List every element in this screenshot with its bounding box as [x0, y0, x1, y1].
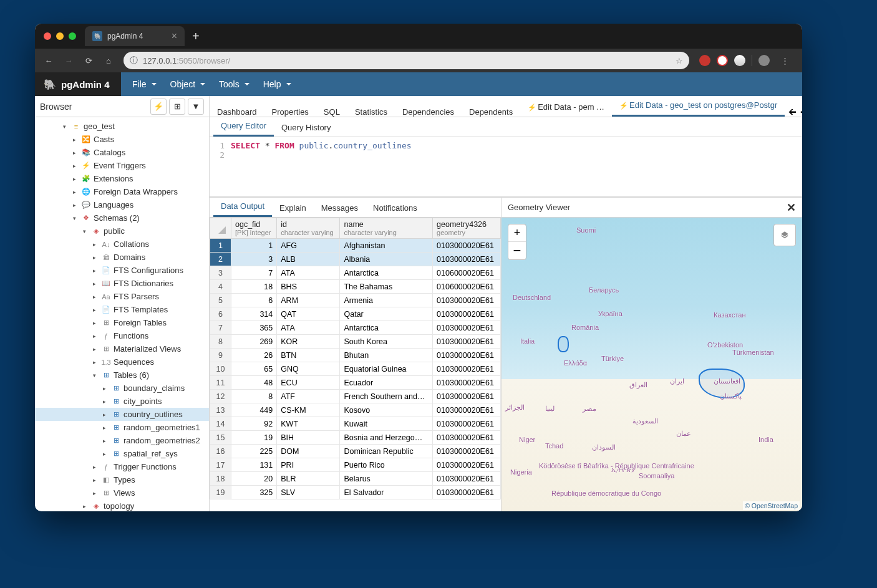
tab-dependencies[interactable]: Dependencies	[395, 102, 462, 117]
tree-item[interactable]: ▸🌐Foreign Data Wrappers	[35, 185, 209, 198]
extension-icon[interactable]	[734, 55, 745, 66]
table-row[interactable]: 23ALBAlbania0103000020E61	[210, 253, 501, 266]
tree-item[interactable]: ▸ƒTrigger Functions	[35, 460, 209, 473]
grid-button[interactable]: ⊞	[169, 99, 185, 115]
tree-item[interactable]: ▸🔀Casts	[35, 133, 209, 146]
browser-tab[interactable]: 🐘 pgAdmin 4 ×	[85, 26, 185, 46]
menu-help[interactable]: Help	[257, 75, 298, 93]
tree-table-city_points[interactable]: ▸⊞city_points	[35, 395, 209, 408]
tab-statistics[interactable]: Statistics	[347, 102, 395, 117]
tree-table-spatial_ref_sys[interactable]: ▸⊞spatial_ref_sys	[35, 447, 209, 460]
browser-menu-button[interactable]: ⋮	[776, 52, 793, 69]
back-button[interactable]: ←	[40, 52, 57, 69]
tree-database[interactable]: ▾≡geo_test	[35, 120, 209, 133]
tab-edit-data-1[interactable]: Edit Data - pem …	[520, 97, 612, 117]
tab-edit-data-2[interactable]: Edit Data - geo_test on postgres@Postgr	[612, 96, 785, 117]
tab-properties[interactable]: Properties	[264, 102, 316, 117]
table-row[interactable]: 19325SLVEl Salvador0103000020E61	[210, 486, 501, 499]
zoom-out-button[interactable]: −	[508, 242, 526, 259]
tree-item[interactable]: ▸AaFTS Parsers	[35, 290, 209, 303]
editor-tab-query-editor[interactable]: Query Editor	[213, 117, 274, 137]
profile-avatar[interactable]	[758, 55, 770, 66]
tree-table-random_geometries2[interactable]: ▸⊞random_geometries2	[35, 434, 209, 447]
tree-item[interactable]: ▸ƒFunctions	[35, 329, 209, 342]
editor-tab-query-history[interactable]: Query History	[274, 118, 338, 137]
table-row[interactable]: 1519BIHBosnia and Herzego…0103000020E61	[210, 431, 501, 445]
column-header[interactable]: geometry4326geometry	[433, 218, 501, 239]
tree-item[interactable]: ▸💬Languages	[35, 198, 209, 211]
tree-table-country_outlines[interactable]: ▸⊞country_outlines	[35, 408, 209, 421]
tree-item[interactable]: ▸🧩Extensions	[35, 172, 209, 185]
close-window-button[interactable]	[44, 32, 51, 40]
menu-file[interactable]: File	[126, 75, 163, 93]
table-row[interactable]: 1065GNQEquatorial Guinea0103000020E61	[210, 362, 501, 376]
tree-table-boundary_claims[interactable]: ▸⊞boundary_claims	[35, 382, 209, 395]
extension-icon[interactable]	[717, 55, 728, 66]
table-row[interactable]: 1820BLRBelarus0103000020E61	[210, 472, 501, 486]
table-row[interactable]: 1148ECUEcuador0103000020E61	[210, 376, 501, 390]
tree-item[interactable]: ▸⚡Event Triggers	[35, 159, 209, 172]
close-tab-button[interactable]: ×	[172, 31, 177, 41]
table-row[interactable]: 1492KWTKuwait0103000020E61	[210, 417, 501, 431]
output-tab-data-output[interactable]: Data Output	[213, 198, 272, 217]
layers-button[interactable]	[773, 224, 796, 246]
tree-item[interactable]: ▸📚Catalogs	[35, 146, 209, 159]
forward-button[interactable]: →	[60, 52, 77, 69]
table-row[interactable]: 37ATAAntarctica0106000020E61	[210, 266, 501, 280]
tree-item[interactable]: ▸⊞Views	[35, 486, 209, 499]
bolt-button[interactable]: ⚡	[150, 99, 167, 115]
tab-scroll-left-button[interactable]: 🡨	[788, 107, 797, 117]
close-geometry-viewer-button[interactable]: ✕	[787, 201, 796, 214]
column-header[interactable]: ogc_fid[PK] integer	[231, 218, 277, 239]
map-canvas[interactable]: + − © OpenStreetMap SuomiБеларусьDeutsch…	[501, 218, 802, 511]
zoom-in-button[interactable]: +	[508, 224, 526, 242]
tab-dashboard[interactable]: Dashboard	[210, 102, 264, 117]
tree-item[interactable]: ▸◈topology	[35, 499, 209, 511]
extension-icon[interactable]	[699, 55, 710, 66]
column-header[interactable]: idcharacter varying	[277, 218, 340, 239]
home-button[interactable]: ⌂	[100, 52, 117, 69]
sql-editor[interactable]: 1 SELECT * FROM public.country_outlines …	[210, 137, 802, 197]
minimize-window-button[interactable]	[56, 32, 64, 40]
tree-item[interactable]: ▸⊞Materialized Views	[35, 342, 209, 355]
table-row[interactable]: 926BTNBhutan0103000020E61	[210, 349, 501, 362]
output-tab-explain[interactable]: Explain	[272, 199, 314, 217]
tree-item[interactable]: ▸📄FTS Configurations	[35, 264, 209, 277]
output-tab-messages[interactable]: Messages	[314, 199, 366, 217]
filter-button[interactable]: ▼	[188, 99, 204, 115]
tree-item[interactable]: ▸📄FTS Templates	[35, 303, 209, 316]
table-row[interactable]: 6314QATQatar0103000020E61	[210, 307, 501, 321]
tree-item[interactable]: ▸A↓Collations	[35, 238, 209, 251]
tree-item[interactable]: ▸◧Types	[35, 473, 209, 486]
table-row[interactable]: 8269KORSouth Korea0103000020E61	[210, 335, 501, 349]
table-row[interactable]: 13449CS-KMKosovo0103000020E61	[210, 403, 501, 417]
menu-object[interactable]: Object	[164, 75, 211, 93]
tree-schema-public[interactable]: ▾◈public	[35, 224, 209, 238]
star-icon[interactable]: ☆	[676, 56, 683, 65]
object-tree[interactable]: ▾≡geo_test▸🔀Casts▸📚Catalogs▸⚡Event Trigg…	[35, 117, 209, 511]
table-row[interactable]: 7365ATAAntarctica0103000020E61	[210, 321, 501, 335]
menu-tools[interactable]: Tools	[213, 75, 256, 93]
column-header[interactable]: namecharacter varying	[340, 218, 433, 239]
tab-scroll-right-button[interactable]: 🡪	[800, 107, 802, 117]
tree-table-random_geometries1[interactable]: ▸⊞random_geometries1	[35, 421, 209, 434]
tree-tables[interactable]: ▾⊞Tables (6)	[35, 369, 209, 382]
tree-item[interactable]: ▸⊞Foreign Tables	[35, 316, 209, 329]
tree-item[interactable]: ▸🏛Domains	[35, 251, 209, 264]
new-tab-button[interactable]: +	[192, 29, 200, 44]
table-row[interactable]: 16225DOMDominican Republic0103000020E61	[210, 445, 501, 458]
maximize-window-button[interactable]	[69, 32, 76, 40]
table-row[interactable]: 128ATFFrench Southern and…0103000020E61	[210, 390, 501, 403]
tab-sql[interactable]: SQL	[316, 102, 347, 117]
table-row[interactable]: 418BHSThe Bahamas0106000020E61	[210, 280, 501, 294]
tree-item[interactable]: ▸1.3Sequences	[35, 355, 209, 369]
output-tab-notifications[interactable]: Notifications	[366, 199, 425, 217]
table-row[interactable]: 11AFGAfghanistan0103000020E61	[210, 239, 501, 253]
url-bar[interactable]: ⓘ 127.0.0.1:5050/browser/ ☆	[124, 52, 689, 69]
tree-schemas[interactable]: ▾❖Schemas (2)	[35, 211, 209, 224]
tree-item[interactable]: ▸📖FTS Dictionaries	[35, 277, 209, 290]
tab-dependents[interactable]: Dependents	[462, 102, 520, 117]
reload-button[interactable]: ⟳	[80, 52, 97, 69]
table-row[interactable]: 17131PRIPuerto Rico0103000020E61	[210, 458, 501, 472]
data-grid[interactable]: ogc_fid[PK] integeridcharacter varyingna…	[210, 218, 501, 511]
